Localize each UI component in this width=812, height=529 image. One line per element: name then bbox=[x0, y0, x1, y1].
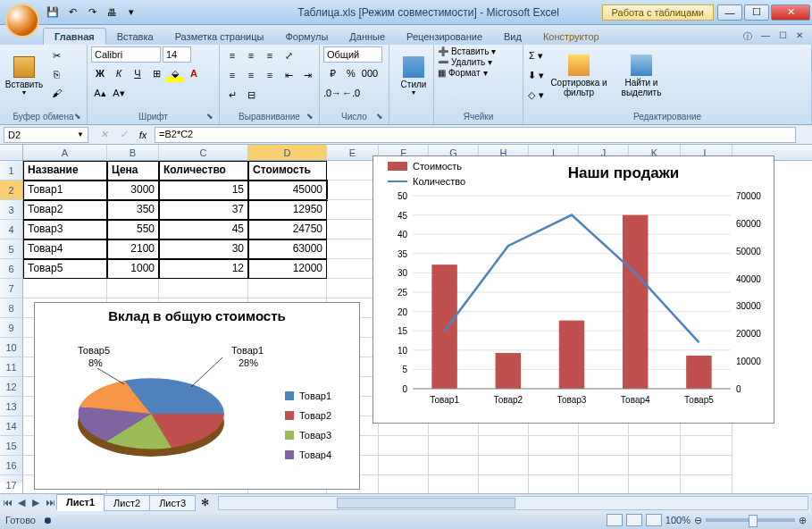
column-header[interactable]: E bbox=[327, 145, 379, 160]
currency-icon[interactable]: ₽ bbox=[323, 64, 341, 82]
cell[interactable] bbox=[629, 456, 681, 475]
comma-icon[interactable]: 000 bbox=[361, 64, 379, 82]
cell[interactable] bbox=[379, 456, 429, 475]
cell[interactable] bbox=[327, 200, 379, 220]
cell[interactable]: Товар5 bbox=[23, 259, 107, 279]
formula-input[interactable]: =B2*C2 bbox=[155, 127, 796, 143]
align-left-icon[interactable]: ≡ bbox=[223, 66, 241, 84]
cell[interactable]: Количество bbox=[159, 161, 248, 181]
zoom-in-icon[interactable]: ⊕ bbox=[799, 515, 807, 526]
row-header[interactable]: 8 bbox=[0, 298, 23, 318]
page-break-view-icon[interactable] bbox=[646, 514, 662, 526]
sheet-nav-next-icon[interactable]: ▶ bbox=[29, 497, 43, 508]
find-select-button[interactable]: Найти и выделить bbox=[613, 46, 670, 105]
cell[interactable] bbox=[327, 279, 379, 298]
underline-icon[interactable]: Ч bbox=[129, 64, 146, 82]
row-header[interactable]: 5 bbox=[0, 239, 23, 259]
zoom-slider[interactable] bbox=[706, 518, 795, 522]
maximize-button[interactable]: ☐ bbox=[744, 4, 769, 21]
row-header[interactable]: 2 bbox=[0, 181, 23, 200]
tab-data[interactable]: Данные bbox=[339, 29, 396, 45]
cancel-formula-icon[interactable]: ✕ bbox=[96, 127, 112, 143]
cell[interactable] bbox=[681, 436, 732, 456]
tab-formulas[interactable]: Формулы bbox=[274, 29, 339, 45]
autosum-icon[interactable]: Σ ▾ bbox=[527, 46, 545, 64]
tab-insert[interactable]: Вставка bbox=[106, 29, 164, 45]
cell[interactable] bbox=[529, 475, 579, 493]
minimize-button[interactable]: — bbox=[717, 4, 742, 21]
macro-record-icon[interactable]: ⏺ bbox=[43, 515, 53, 525]
row-header[interactable]: 4 bbox=[0, 220, 23, 239]
grow-font-icon[interactable]: A▴ bbox=[91, 84, 109, 102]
cell[interactable] bbox=[479, 436, 529, 456]
wrap-text-icon[interactable]: ↵ bbox=[223, 86, 241, 104]
redo-icon[interactable]: ↷ bbox=[84, 4, 100, 21]
fill-color-icon[interactable]: ⬙ bbox=[166, 64, 184, 82]
fx-icon[interactable]: fx bbox=[135, 127, 151, 143]
save-icon[interactable]: 💾 bbox=[45, 4, 61, 21]
cell[interactable] bbox=[529, 436, 579, 456]
cell[interactable]: 45 bbox=[159, 220, 248, 239]
normal-view-icon[interactable] bbox=[607, 514, 623, 526]
cell[interactable] bbox=[23, 279, 107, 298]
cell[interactable] bbox=[629, 475, 681, 493]
cell[interactable]: 24750 bbox=[248, 220, 327, 239]
border-icon[interactable]: ⊞ bbox=[147, 64, 165, 82]
indent-inc-icon[interactable]: ⇥ bbox=[298, 66, 316, 84]
cell[interactable] bbox=[579, 436, 629, 456]
font-size-combo[interactable]: 14 bbox=[163, 46, 191, 63]
row-header[interactable]: 10 bbox=[0, 338, 23, 357]
cell[interactable] bbox=[379, 475, 429, 493]
zoom-level[interactable]: 100% bbox=[666, 515, 691, 525]
align-launcher-icon[interactable]: ⬊ bbox=[306, 112, 317, 122]
cell[interactable] bbox=[107, 279, 159, 298]
cell[interactable]: 1000 bbox=[107, 259, 159, 279]
cell[interactable]: 15 bbox=[159, 181, 248, 200]
row-header[interactable]: 13 bbox=[0, 397, 23, 416]
pie-chart[interactable]: Вклад в общую стоимость Товар1 28% Товар… bbox=[34, 302, 360, 490]
merge-icon[interactable]: ⊟ bbox=[242, 86, 260, 104]
sheet-nav-last-icon[interactable]: ⏭ bbox=[43, 497, 57, 508]
align-bottom-icon[interactable]: ≡ bbox=[261, 46, 279, 64]
format-painter-icon[interactable]: 🖌 bbox=[47, 84, 65, 102]
inc-decimal-icon[interactable]: .0→ bbox=[323, 84, 341, 102]
tab-review[interactable]: Рецензирование bbox=[396, 29, 493, 45]
font-name-combo[interactable]: Calibri bbox=[91, 46, 161, 63]
name-box[interactable]: D2▼ bbox=[4, 127, 88, 143]
select-all-corner[interactable] bbox=[0, 145, 23, 160]
orientation-icon[interactable]: ⤢ bbox=[280, 46, 297, 64]
row-header[interactable]: 17 bbox=[0, 475, 23, 493]
cell[interactable] bbox=[579, 475, 629, 493]
sheet-tab-1[interactable]: Лист1 bbox=[56, 494, 105, 511]
clear-icon[interactable]: ◇ ▾ bbox=[527, 86, 545, 104]
new-sheet-icon[interactable]: ✻ bbox=[196, 497, 214, 508]
doc-minimize-icon[interactable]: — bbox=[758, 29, 774, 45]
undo-icon[interactable]: ↶ bbox=[64, 4, 80, 21]
row-header[interactable]: 14 bbox=[0, 416, 23, 436]
cell[interactable] bbox=[327, 220, 379, 239]
row-header[interactable]: 6 bbox=[0, 259, 23, 279]
tab-design[interactable]: Конструктор bbox=[532, 29, 610, 45]
font-color-icon[interactable]: A bbox=[185, 64, 203, 82]
italic-icon[interactable]: К bbox=[110, 64, 128, 82]
cell[interactable] bbox=[681, 475, 732, 493]
cell[interactable]: 30 bbox=[159, 239, 248, 259]
cell[interactable] bbox=[479, 456, 529, 475]
cell[interactable] bbox=[429, 475, 479, 493]
styles-button[interactable]: Стили ▼ bbox=[393, 46, 434, 105]
cell[interactable]: 550 bbox=[107, 220, 159, 239]
office-button[interactable] bbox=[5, 4, 39, 38]
cell[interactable] bbox=[327, 239, 379, 259]
doc-close-icon[interactable]: ✕ bbox=[792, 29, 807, 45]
cell[interactable]: Цена bbox=[107, 161, 159, 181]
cell[interactable] bbox=[429, 456, 479, 475]
cell[interactable] bbox=[159, 279, 248, 298]
cell[interactable] bbox=[681, 456, 732, 475]
align-top-icon[interactable]: ≡ bbox=[223, 46, 241, 64]
paste-button[interactable]: Вставить ▼ bbox=[4, 46, 45, 105]
sheet-nav-prev-icon[interactable]: ◀ bbox=[14, 497, 29, 508]
cell[interactable] bbox=[529, 456, 579, 475]
clipboard-launcher-icon[interactable]: ⬊ bbox=[74, 112, 85, 122]
align-right-icon[interactable]: ≡ bbox=[261, 66, 279, 84]
row-header[interactable]: 16 bbox=[0, 456, 23, 475]
